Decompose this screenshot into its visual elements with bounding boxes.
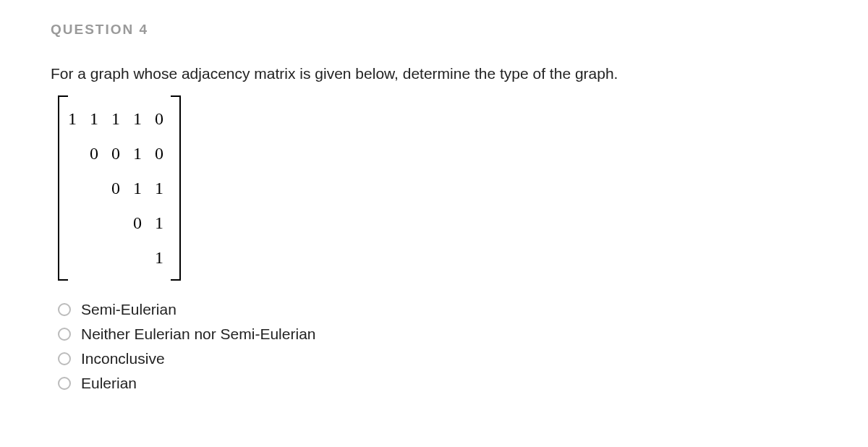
option-label: Inconclusive: [81, 350, 165, 367]
question-prompt: For a graph whose adjacency matrix is gi…: [51, 65, 817, 82]
option-semi-eulerian[interactable]: Semi-Eulerian: [58, 301, 817, 318]
matrix-row: 0 1 1: [68, 171, 171, 205]
matrix-row: 1: [68, 240, 171, 275]
radio-icon: [58, 303, 71, 316]
radio-icon: [58, 328, 71, 341]
adjacency-matrix: 1 1 1 1 0 0 0 1 0 0 1 1 0 1 1: [58, 95, 181, 281]
question-header: QUESTION 4: [51, 22, 817, 38]
option-label: Eulerian: [81, 375, 137, 392]
matrix-row: 1 1 1 1 0: [68, 101, 171, 136]
radio-icon: [58, 377, 71, 390]
matrix-row: 0 1: [68, 205, 171, 240]
option-label: Semi-Eulerian: [81, 301, 176, 318]
option-eulerian[interactable]: Eulerian: [58, 375, 817, 392]
options-group: Semi-Eulerian Neither Eulerian nor Semi-…: [58, 301, 817, 392]
radio-icon: [58, 352, 71, 365]
matrix-row: 0 0 1 0: [68, 136, 171, 171]
option-neither[interactable]: Neither Eulerian nor Semi-Eulerian: [58, 325, 817, 343]
option-label: Neither Eulerian nor Semi-Eulerian: [81, 325, 316, 343]
option-inconclusive[interactable]: Inconclusive: [58, 350, 817, 367]
